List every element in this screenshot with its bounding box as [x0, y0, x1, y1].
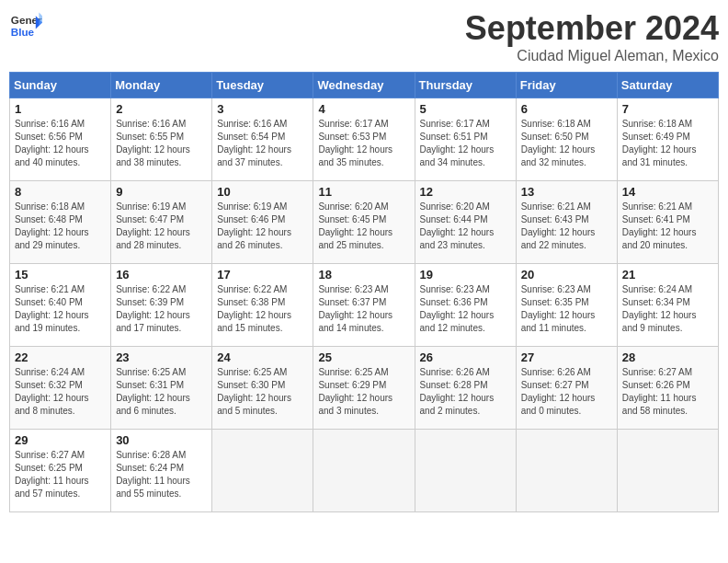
calendar-cell [212, 430, 313, 512]
calendar-cell: 14 Sunrise: 6:21 AMSunset: 6:41 PMDaylig… [617, 181, 718, 264]
cell-text: Sunrise: 6:25 AMSunset: 6:29 PMDaylight:… [318, 367, 392, 416]
day-number: 14 [622, 185, 713, 199]
calendar-cell: 15 Sunrise: 6:21 AMSunset: 6:40 PMDaylig… [10, 264, 111, 347]
day-number: 28 [622, 350, 713, 364]
day-number: 24 [217, 350, 308, 364]
calendar-cell: 10 Sunrise: 6:19 AMSunset: 6:46 PMDaylig… [212, 181, 313, 264]
cell-text: Sunrise: 6:16 AMSunset: 6:54 PMDaylight:… [217, 119, 291, 167]
calendar-cell [617, 430, 718, 512]
logo-icon: General Blue [9, 9, 42, 42]
calendar-cell: 6 Sunrise: 6:18 AMSunset: 6:50 PMDayligh… [516, 98, 617, 181]
cell-text: Sunrise: 6:25 AMSunset: 6:31 PMDaylight:… [116, 367, 190, 416]
day-number: 15 [15, 268, 106, 282]
weekday-sunday: Sunday [10, 73, 111, 98]
svg-text:Blue: Blue [11, 26, 35, 38]
day-number: 26 [420, 350, 511, 364]
day-number: 12 [420, 185, 511, 199]
day-number: 18 [318, 268, 409, 282]
weekday-monday: Monday [111, 73, 212, 98]
calendar-cell: 17 Sunrise: 6:22 AMSunset: 6:38 PMDaylig… [212, 264, 313, 347]
calendar-cell [313, 430, 415, 512]
calendar-cell: 23 Sunrise: 6:25 AMSunset: 6:31 PMDaylig… [111, 347, 212, 430]
day-number: 6 [521, 102, 612, 116]
day-number: 29 [15, 433, 106, 447]
cell-text: Sunrise: 6:24 AMSunset: 6:32 PMDaylight:… [15, 367, 89, 416]
day-number: 10 [217, 185, 308, 199]
cell-text: Sunrise: 6:21 AMSunset: 6:43 PMDaylight:… [521, 201, 596, 250]
calendar-cell: 20 Sunrise: 6:23 AMSunset: 6:35 PMDaylig… [516, 264, 617, 347]
calendar-cell: 3 Sunrise: 6:16 AMSunset: 6:54 PMDayligh… [212, 98, 313, 181]
cell-text: Sunrise: 6:23 AMSunset: 6:36 PMDaylight:… [420, 284, 495, 333]
cell-text: Sunrise: 6:27 AMSunset: 6:25 PMDaylight:… [15, 450, 89, 499]
day-number: 25 [318, 350, 409, 364]
weekday-saturday: Saturday [617, 73, 718, 98]
cell-text: Sunrise: 6:19 AMSunset: 6:47 PMDaylight:… [116, 201, 190, 250]
week-row-3: 15 Sunrise: 6:21 AMSunset: 6:40 PMDaylig… [10, 264, 719, 347]
calendar-cell: 9 Sunrise: 6:19 AMSunset: 6:47 PMDayligh… [111, 181, 212, 264]
day-number: 5 [420, 102, 511, 116]
calendar-cell: 29 Sunrise: 6:27 AMSunset: 6:25 PMDaylig… [10, 430, 111, 512]
day-number: 1 [15, 102, 106, 116]
day-number: 13 [521, 185, 612, 199]
day-number: 22 [15, 350, 106, 364]
cell-text: Sunrise: 6:24 AMSunset: 6:34 PMDaylight:… [622, 284, 697, 333]
cell-text: Sunrise: 6:17 AMSunset: 6:51 PMDaylight:… [420, 119, 495, 167]
weekday-header-row: SundayMondayTuesdayWednesdayThursdayFrid… [10, 73, 719, 98]
cell-text: Sunrise: 6:16 AMSunset: 6:56 PMDaylight:… [15, 119, 89, 167]
calendar-cell [516, 430, 617, 512]
week-row-4: 22 Sunrise: 6:24 AMSunset: 6:32 PMDaylig… [10, 347, 719, 430]
calendar-cell: 1 Sunrise: 6:16 AMSunset: 6:56 PMDayligh… [10, 98, 111, 181]
day-number: 17 [217, 268, 308, 282]
calendar-cell: 30 Sunrise: 6:28 AMSunset: 6:24 PMDaylig… [111, 430, 212, 512]
weekday-wednesday: Wednesday [313, 73, 415, 98]
day-number: 30 [116, 433, 207, 447]
logo: General Blue General Blue [9, 9, 42, 42]
calendar-cell: 25 Sunrise: 6:25 AMSunset: 6:29 PMDaylig… [313, 347, 415, 430]
calendar-cell: 12 Sunrise: 6:20 AMSunset: 6:44 PMDaylig… [415, 181, 516, 264]
week-row-1: 1 Sunrise: 6:16 AMSunset: 6:56 PMDayligh… [10, 98, 719, 181]
day-number: 4 [318, 102, 409, 116]
weekday-tuesday: Tuesday [212, 73, 313, 98]
calendar-cell: 11 Sunrise: 6:20 AMSunset: 6:45 PMDaylig… [313, 181, 415, 264]
calendar-cell: 19 Sunrise: 6:23 AMSunset: 6:36 PMDaylig… [415, 264, 516, 347]
calendar-cell: 21 Sunrise: 6:24 AMSunset: 6:34 PMDaylig… [617, 264, 718, 347]
header: General Blue General Blue September 2024… [9, 9, 719, 64]
cell-text: Sunrise: 6:18 AMSunset: 6:49 PMDaylight:… [622, 119, 697, 167]
cell-text: Sunrise: 6:26 AMSunset: 6:28 PMDaylight:… [420, 367, 495, 416]
cell-text: Sunrise: 6:22 AMSunset: 6:39 PMDaylight:… [116, 284, 190, 333]
day-number: 20 [521, 268, 612, 282]
day-number: 16 [116, 268, 207, 282]
cell-text: Sunrise: 6:21 AMSunset: 6:41 PMDaylight:… [622, 201, 697, 250]
calendar-cell: 4 Sunrise: 6:17 AMSunset: 6:53 PMDayligh… [313, 98, 415, 181]
cell-text: Sunrise: 6:16 AMSunset: 6:55 PMDaylight:… [116, 119, 190, 167]
location-title: Ciudad Miguel Aleman, Mexico [465, 48, 719, 64]
day-number: 19 [420, 268, 511, 282]
calendar-cell: 22 Sunrise: 6:24 AMSunset: 6:32 PMDaylig… [10, 347, 111, 430]
calendar-table: SundayMondayTuesdayWednesdayThursdayFrid… [9, 72, 719, 512]
weekday-friday: Friday [516, 73, 617, 98]
cell-text: Sunrise: 6:23 AMSunset: 6:37 PMDaylight:… [318, 284, 392, 333]
week-row-5: 29 Sunrise: 6:27 AMSunset: 6:25 PMDaylig… [10, 430, 719, 512]
cell-text: Sunrise: 6:21 AMSunset: 6:40 PMDaylight:… [15, 284, 89, 333]
cell-text: Sunrise: 6:22 AMSunset: 6:38 PMDaylight:… [217, 284, 291, 333]
day-number: 23 [116, 350, 207, 364]
cell-text: Sunrise: 6:23 AMSunset: 6:35 PMDaylight:… [521, 284, 596, 333]
cell-text: Sunrise: 6:20 AMSunset: 6:44 PMDaylight:… [420, 201, 495, 250]
calendar-cell: 18 Sunrise: 6:23 AMSunset: 6:37 PMDaylig… [313, 264, 415, 347]
month-title: September 2024 [465, 9, 719, 48]
title-area: September 2024 Ciudad Miguel Aleman, Mex… [465, 9, 719, 64]
cell-text: Sunrise: 6:28 AMSunset: 6:24 PMDaylight:… [116, 450, 190, 499]
cell-text: Sunrise: 6:19 AMSunset: 6:46 PMDaylight:… [217, 201, 291, 250]
day-number: 27 [521, 350, 612, 364]
calendar-cell: 26 Sunrise: 6:26 AMSunset: 6:28 PMDaylig… [415, 347, 516, 430]
calendar-cell: 28 Sunrise: 6:27 AMSunset: 6:26 PMDaylig… [617, 347, 718, 430]
day-number: 7 [622, 102, 713, 116]
cell-text: Sunrise: 6:20 AMSunset: 6:45 PMDaylight:… [318, 201, 392, 250]
calendar-cell: 16 Sunrise: 6:22 AMSunset: 6:39 PMDaylig… [111, 264, 212, 347]
calendar-cell: 2 Sunrise: 6:16 AMSunset: 6:55 PMDayligh… [111, 98, 212, 181]
cell-text: Sunrise: 6:25 AMSunset: 6:30 PMDaylight:… [217, 367, 291, 416]
day-number: 11 [318, 185, 409, 199]
calendar-cell: 24 Sunrise: 6:25 AMSunset: 6:30 PMDaylig… [212, 347, 313, 430]
day-number: 21 [622, 268, 713, 282]
calendar-cell: 7 Sunrise: 6:18 AMSunset: 6:49 PMDayligh… [617, 98, 718, 181]
